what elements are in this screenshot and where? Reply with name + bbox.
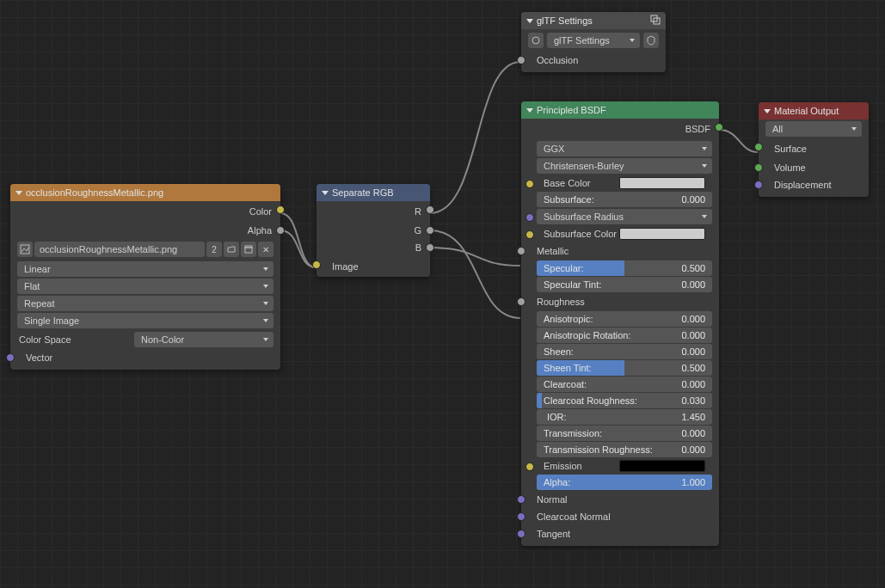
node-header[interactable]: Material Output <box>759 102 869 119</box>
socket-g-out[interactable] <box>426 226 434 235</box>
base-color-row: Base Color <box>537 175 712 191</box>
clearcoat-slider[interactable]: Clearcoat:0.000 <box>537 377 712 392</box>
socket-color-out[interactable] <box>276 205 285 214</box>
projection-dropdown[interactable]: Flat <box>17 279 273 294</box>
socket-bsdf-out[interactable] <box>715 123 723 132</box>
input-volume: Volume <box>759 159 869 176</box>
socket-subsurface-radius-in[interactable] <box>525 213 534 222</box>
color-space-dropdown[interactable]: Non-Color <box>134 332 273 347</box>
node-group-icon[interactable] <box>650 15 661 27</box>
collapse-icon[interactable] <box>764 109 771 113</box>
target-dropdown[interactable]: All <box>765 121 862 137</box>
distribution-dropdown[interactable]: GGX <box>537 141 712 156</box>
input-vector: Vector <box>10 349 280 366</box>
emission-row: Emission <box>537 458 712 474</box>
group-name-dropdown[interactable]: glTF Settings <box>547 33 640 48</box>
sheen-tint-slider[interactable]: Sheen Tint:0.500 <box>537 360 712 376</box>
image-browse-icon[interactable] <box>17 242 33 257</box>
collapse-icon[interactable] <box>15 191 22 195</box>
socket-tangent-in[interactable] <box>517 530 525 538</box>
input-surface: Surface <box>759 138 869 159</box>
unlink-icon[interactable]: ✕ <box>258 242 273 257</box>
socket-normal-in[interactable] <box>517 495 525 504</box>
input-image: Image <box>317 256 430 277</box>
clearcoat-normal-row: Clearcoat Normal <box>521 508 719 525</box>
fake-user-icon[interactable] <box>643 33 659 48</box>
subsurface-color-swatch[interactable] <box>619 228 705 240</box>
sheen-slider[interactable]: Sheen:0.000 <box>537 344 712 359</box>
color-space-label: Color Space <box>17 334 129 345</box>
ior-slider[interactable]: IOR:1.450 <box>537 409 712 425</box>
sss-method-dropdown[interactable]: Christensen-Burley <box>537 158 712 174</box>
socket-image-in[interactable] <box>312 260 321 269</box>
node-header[interactable]: Principled BSDF <box>521 101 719 119</box>
output-r: R <box>317 201 430 222</box>
socket-b-out[interactable] <box>426 243 434 252</box>
socket-vector-in[interactable] <box>6 353 15 362</box>
material-output-node[interactable]: Material Output All Surface Volume Displ… <box>759 102 869 197</box>
subsurface-slider[interactable]: Subsurface:0.000 <box>537 192 712 207</box>
specular-tint-slider[interactable]: Specular Tint:0.000 <box>537 277 712 292</box>
gltf-settings-node[interactable]: glTF Settings glTF Settings Occlusion <box>521 12 666 72</box>
socket-r-out[interactable] <box>426 205 434 214</box>
normal-row: Normal <box>521 491 719 508</box>
node-title: Material Output <box>774 106 839 116</box>
subsurface-radius-dropdown[interactable]: Subsurface Radius <box>537 209 712 224</box>
socket-displacement-in[interactable] <box>754 181 763 189</box>
socket-base-color-in[interactable] <box>525 180 534 188</box>
users-count-icon[interactable]: 2 <box>206 242 222 257</box>
socket-roughness-in[interactable] <box>517 297 525 306</box>
collapse-icon[interactable] <box>322 191 329 195</box>
output-color: Color <box>10 201 280 222</box>
node-title: Principled BSDF <box>537 105 606 115</box>
transmission-roughness-slider[interactable]: Transmission Roughness:0.000 <box>537 442 712 457</box>
emission-swatch[interactable] <box>619 460 705 472</box>
source-dropdown[interactable]: Single Image <box>17 313 273 328</box>
socket-volume-in[interactable] <box>754 163 763 172</box>
socket-surface-in[interactable] <box>754 143 763 151</box>
subsurface-color-row: Subsurface Color <box>537 226 712 242</box>
socket-clearcoat-normal-in[interactable] <box>517 512 525 521</box>
node-header[interactable]: Separate RGB <box>317 184 430 201</box>
alpha-slider[interactable]: Alpha:1.000 <box>537 475 712 490</box>
svg-point-5 <box>532 37 539 44</box>
image-texture-node[interactable]: occlusionRoughnessMetallic.png Color Alp… <box>10 184 280 370</box>
image-selector-row: occlusionRoughnessMetallic.png 2 ✕ <box>10 239 280 260</box>
svg-rect-1 <box>245 248 252 253</box>
node-title: glTF Settings <box>537 15 647 26</box>
anisotropic-slider[interactable]: Anisotropic:0.000 <box>537 311 712 327</box>
node-header[interactable]: glTF Settings <box>521 12 666 29</box>
open-file-icon[interactable] <box>224 242 239 257</box>
anisotropic-rotation-slider[interactable]: Anisotropic Rotation:0.000 <box>537 328 712 343</box>
pack-icon[interactable] <box>241 242 256 257</box>
tangent-row: Tangent <box>521 525 719 542</box>
output-b: B <box>317 239 430 256</box>
socket-metallic-in[interactable] <box>517 247 525 255</box>
metallic-row: Metallic <box>521 242 719 260</box>
separate-rgb-node[interactable]: Separate RGB R G B Image <box>317 184 430 277</box>
collapse-icon[interactable] <box>526 108 533 113</box>
socket-alpha-out[interactable] <box>276 226 285 235</box>
specular-slider[interactable]: Specular:0.500 <box>537 260 712 276</box>
input-displacement: Displacement <box>759 176 869 193</box>
collapse-icon[interactable] <box>526 19 533 23</box>
extension-dropdown[interactable]: Repeat <box>17 296 273 311</box>
transmission-slider[interactable]: Transmission:0.000 <box>537 426 712 441</box>
input-occlusion: Occlusion <box>521 52 666 69</box>
group-browse-icon[interactable] <box>528 33 544 48</box>
output-bsdf: BSDF <box>521 119 719 139</box>
interpolation-dropdown[interactable]: Linear <box>17 261 273 277</box>
image-name-field[interactable]: occlusionRoughnessMetallic.png <box>34 242 205 257</box>
output-alpha: Alpha <box>10 222 280 239</box>
node-title: occlusionRoughnessMetallic.png <box>26 187 163 198</box>
socket-subsurface-color-in[interactable] <box>525 230 534 239</box>
svg-rect-2 <box>245 246 252 248</box>
socket-emission-in[interactable] <box>525 462 534 471</box>
output-g: G <box>317 222 430 239</box>
node-header[interactable]: occlusionRoughnessMetallic.png <box>10 184 280 201</box>
node-title: Separate RGB <box>332 187 394 198</box>
principled-bsdf-node[interactable]: Principled BSDF BSDF GGX Christensen-Bur… <box>521 101 719 546</box>
socket-occlusion-in[interactable] <box>517 56 525 64</box>
base-color-swatch[interactable] <box>619 177 705 189</box>
clearcoat-roughness-slider[interactable]: Clearcoat Roughness:0.030 <box>537 393 712 408</box>
